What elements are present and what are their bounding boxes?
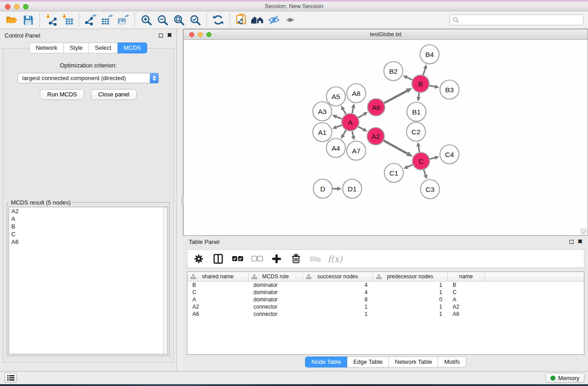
run-mcds-button[interactable]: Run MCDS bbox=[40, 89, 84, 100]
mcds-result-list[interactable]: A2ABCA6 bbox=[9, 207, 168, 354]
function-builder-icon[interactable]: f(x) bbox=[329, 253, 341, 265]
graph-edge-B-B4[interactable] bbox=[423, 69, 425, 75]
window-resize-grip[interactable] bbox=[580, 228, 587, 234]
graph-edge-C-C3[interactable] bbox=[424, 170, 425, 175]
graph-edge-A-A8[interactable] bbox=[352, 108, 353, 113]
graph-edge-B-B3[interactable] bbox=[430, 86, 435, 86]
table-cell[interactable]: connector bbox=[249, 310, 303, 318]
tab-node-table[interactable]: Node Table bbox=[305, 357, 348, 367]
table-cell[interactable]: A2 bbox=[448, 303, 485, 310]
tab-select[interactable]: Select bbox=[89, 43, 118, 53]
hide-graphics-details-icon[interactable] bbox=[266, 13, 282, 27]
close-table-panel-icon[interactable]: ✖ bbox=[578, 239, 583, 244]
table-cell[interactable]: 4 bbox=[303, 289, 373, 296]
graph-node-B1[interactable]: B1 bbox=[407, 102, 426, 121]
tab-edge-table[interactable]: Edge Table bbox=[347, 357, 389, 367]
table-cell[interactable]: B bbox=[448, 281, 485, 289]
graph-edge-A2-C[interactable] bbox=[384, 141, 408, 154]
graph-edge-B-B1[interactable] bbox=[419, 93, 419, 97]
graph-node-B3[interactable]: B3 bbox=[440, 80, 459, 99]
graph-node-A7[interactable]: A7 bbox=[347, 141, 366, 160]
network-canvas[interactable]: B4B2BB3A8A5A6B1A3AA1C2A2A4A7C4CC1C3DD1 bbox=[184, 40, 587, 235]
graph-edge-C-C4[interactable] bbox=[430, 158, 435, 159]
task-history-button[interactable] bbox=[5, 373, 17, 383]
export-table-icon[interactable] bbox=[99, 13, 115, 27]
float-table-panel-icon[interactable] bbox=[569, 240, 574, 244]
graph-node-A[interactable]: A bbox=[342, 114, 359, 131]
close-panel-icon[interactable]: ✖ bbox=[167, 33, 172, 38]
table-cell[interactable]: dominator bbox=[249, 296, 303, 303]
graph-edge-A-A6[interactable] bbox=[358, 114, 364, 118]
save-session-icon[interactable] bbox=[20, 13, 36, 27]
table-row[interactable]: Adominator80A bbox=[187, 296, 584, 303]
import-network-icon[interactable] bbox=[43, 13, 59, 27]
mcds-result-item[interactable]: C bbox=[9, 230, 167, 238]
table-cell[interactable]: A bbox=[448, 296, 485, 303]
table-cell[interactable]: 1 bbox=[373, 281, 448, 289]
delete-column-icon[interactable] bbox=[290, 253, 302, 265]
search-input[interactable] bbox=[449, 14, 583, 25]
import-table-icon[interactable] bbox=[59, 13, 76, 27]
graph-node-B2[interactable]: B2 bbox=[384, 62, 403, 81]
graph-node-B[interactable]: B bbox=[412, 75, 429, 92]
mcds-result-item[interactable]: A2 bbox=[9, 207, 167, 215]
delete-table-icon[interactable] bbox=[310, 253, 321, 265]
graph-edge-A6-B[interactable] bbox=[384, 91, 407, 103]
table-cell[interactable]: A2 bbox=[187, 303, 249, 310]
tab-mcds[interactable]: MCDS bbox=[118, 43, 147, 53]
zoom-fit-icon[interactable] bbox=[171, 13, 187, 27]
table-cell[interactable]: 1 bbox=[303, 310, 373, 318]
deselect-all-checkboxes-icon[interactable] bbox=[251, 253, 263, 265]
column-header-MCDS-role[interactable]: MCDS role bbox=[249, 272, 303, 281]
table-cell[interactable]: 4 bbox=[303, 281, 373, 289]
table-cell[interactable]: dominator bbox=[249, 281, 303, 289]
refresh-layout-icon[interactable] bbox=[210, 13, 226, 27]
scrollbar-track[interactable] bbox=[163, 207, 167, 354]
table-cell[interactable]: dominator bbox=[249, 289, 303, 296]
table-cell[interactable]: B bbox=[187, 281, 249, 289]
table-row[interactable]: Cdominator41C bbox=[187, 289, 584, 296]
mcds-result-item[interactable]: B bbox=[9, 223, 167, 230]
graph-node-C3[interactable]: C3 bbox=[421, 180, 440, 199]
table-cell[interactable]: C bbox=[187, 289, 249, 296]
network-from-selection-icon[interactable] bbox=[233, 13, 249, 27]
graph-node-A1[interactable]: A1 bbox=[313, 123, 332, 142]
graph-node-A2[interactable]: A2 bbox=[367, 128, 384, 145]
open-session-icon[interactable] bbox=[4, 13, 20, 27]
table-cell[interactable]: 1 bbox=[373, 289, 448, 296]
graph-edge-A-A5[interactable] bbox=[343, 110, 346, 114]
mcds-result-item[interactable]: A6 bbox=[9, 238, 167, 246]
table-row[interactable]: A6connector11A6 bbox=[187, 310, 584, 318]
table-cell[interactable]: A6 bbox=[448, 310, 485, 318]
select-all-checkboxes-icon[interactable] bbox=[232, 253, 244, 265]
graph-node-B4[interactable]: B4 bbox=[420, 45, 439, 64]
table-cell[interactable]: connector bbox=[249, 303, 303, 310]
column-header-predecessor-nodes[interactable]: predecessor nodes bbox=[373, 272, 448, 281]
graph-edge-A-A4[interactable] bbox=[343, 130, 346, 135]
home-neighbors-icon[interactable] bbox=[249, 13, 266, 27]
table-cell[interactable]: 1 bbox=[373, 310, 448, 318]
graph-node-A5[interactable]: A5 bbox=[326, 87, 345, 106]
settings-gear-icon[interactable] bbox=[193, 253, 205, 265]
graph-node-C4[interactable]: C4 bbox=[440, 145, 459, 164]
zoom-selected-icon[interactable] bbox=[187, 13, 203, 27]
graph-edge-C-C2[interactable] bbox=[419, 147, 420, 152]
graph-edge-A-A7[interactable] bbox=[352, 131, 353, 136]
graph-node-C1[interactable]: C1 bbox=[384, 163, 403, 182]
zoom-out-icon[interactable] bbox=[154, 13, 171, 27]
column-layout-icon[interactable] bbox=[212, 253, 224, 265]
graph-node-C2[interactable]: C2 bbox=[406, 122, 425, 141]
graph-edge-A-A3[interactable] bbox=[336, 117, 342, 119]
table-cell[interactable]: 0 bbox=[373, 296, 448, 303]
table-row[interactable]: Bdominator41B bbox=[187, 281, 584, 289]
split-divider-handle[interactable] bbox=[182, 195, 184, 205]
table-cell[interactable]: A bbox=[187, 296, 249, 303]
close-panel-button[interactable]: Close panel bbox=[91, 89, 137, 100]
graph-node-A6[interactable]: A6 bbox=[368, 99, 385, 116]
add-column-icon[interactable] bbox=[271, 253, 282, 265]
tab-network-table[interactable]: Network Table bbox=[389, 357, 438, 367]
graph-node-A8[interactable]: A8 bbox=[347, 84, 366, 103]
export-network-icon[interactable] bbox=[82, 13, 99, 27]
tab-network[interactable]: Network bbox=[29, 43, 64, 53]
graph-edge-A-A2[interactable] bbox=[358, 127, 363, 129]
